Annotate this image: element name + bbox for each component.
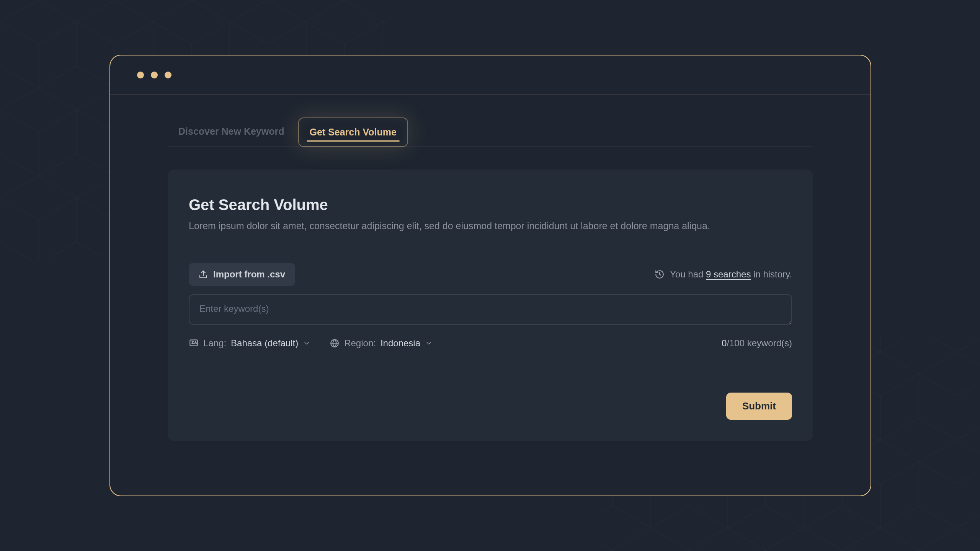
upload-icon: [199, 270, 208, 279]
keyword-counter: 0/100 keyword(s): [722, 338, 792, 349]
import-csv-button[interactable]: Import from .csv: [189, 263, 295, 286]
search-volume-card: Get Search Volume Lorem ipsum dolor sit …: [168, 170, 813, 441]
region-value: Indonesia: [381, 338, 420, 349]
language-label: Lang:: [203, 338, 226, 349]
history-searches-link[interactable]: 9 searches: [706, 269, 751, 279]
tab-discover-keyword[interactable]: Discover New Keyword: [168, 117, 295, 146]
window-dot-close[interactable]: [137, 72, 144, 78]
history-text: You had 9 searches in history.: [655, 269, 792, 280]
card-title: Get Search Volume: [189, 196, 792, 214]
history-prefix: You had: [670, 269, 706, 279]
keywords-input[interactable]: [189, 294, 792, 325]
language-value: Bahasa (default): [231, 338, 298, 349]
card-description: Lorem ipsum dolor sit amet, consectetur …: [189, 220, 792, 231]
browser-window: Discover New Keyword Get Search Volume G…: [109, 55, 871, 496]
chevron-down-icon: [425, 339, 433, 347]
tab-get-search-volume[interactable]: Get Search Volume: [298, 117, 408, 147]
submit-button[interactable]: Submit: [726, 393, 792, 420]
import-csv-label: Import from .csv: [213, 269, 285, 280]
history-icon: [655, 269, 665, 279]
language-icon: [189, 338, 199, 348]
tabs: Discover New Keyword Get Search Volume: [168, 117, 813, 147]
globe-icon: [330, 338, 340, 348]
window-dot-maximize[interactable]: [165, 72, 172, 78]
window-chrome: [110, 55, 871, 95]
chevron-down-icon: [303, 339, 310, 347]
history-suffix: in history.: [751, 269, 792, 279]
window-dot-minimize[interactable]: [151, 72, 158, 78]
keyword-count-current: 0: [722, 338, 727, 348]
language-selector[interactable]: Lang: Bahasa (default): [189, 338, 310, 349]
keyword-count-max: /100 keyword(s): [727, 338, 792, 348]
region-selector[interactable]: Region: Indonesia: [330, 338, 433, 349]
region-label: Region:: [344, 338, 376, 349]
